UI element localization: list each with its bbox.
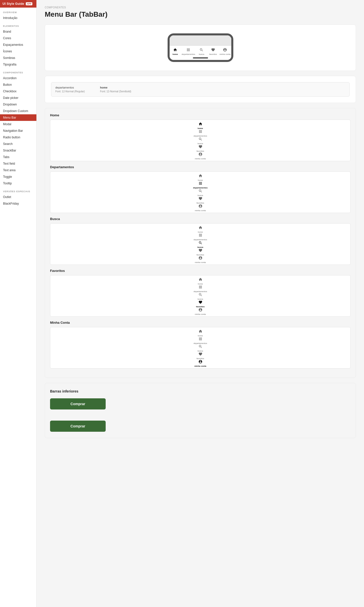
sidebar-item-button[interactable]: Button (0, 81, 36, 88)
sidebar-item-accordion[interactable]: Accordion (0, 75, 36, 81)
sidebar-section-label: VERSÕES ESPECIAIS (0, 187, 36, 194)
barras-title: Barras inferiores (50, 389, 351, 393)
favoritos-icon (211, 48, 215, 53)
tab-label-home: home (198, 335, 203, 337)
tab-item-busca[interactable]: busca (50, 293, 350, 300)
breadcrumb: COMPONENTES (45, 6, 356, 9)
sidebar-item-checkbox[interactable]: Checkbox (0, 88, 36, 95)
tab-item-departamentos[interactable]: departamentos (50, 285, 350, 293)
tab-item-minha-conta[interactable]: minha conta (50, 360, 350, 367)
sidebar-item-date-picker[interactable]: Date picker (0, 95, 36, 101)
sidebar-item-navigation-bar[interactable]: Navigation Bar (0, 127, 36, 134)
tab-item-busca[interactable]: busca (196, 48, 207, 55)
tab-label-home: home (198, 231, 203, 233)
tab-item-favoritos[interactable]: favoritos (50, 300, 350, 308)
tab-bar-demo-4: homedepartamentosbuscafavoritosminha con… (50, 327, 351, 368)
sidebar-item-text-area[interactable]: Text area (0, 167, 36, 174)
tab-label-busca: busca (198, 350, 203, 352)
sidebar-item-tabs[interactable]: Tabs (0, 154, 36, 160)
tab-item-busca[interactable]: busca (50, 137, 350, 145)
tab-label-departamentos: departamentos (194, 135, 207, 137)
tab-item-home[interactable]: home (50, 226, 350, 233)
tab-item-minha-conta[interactable]: minha conta (50, 204, 350, 212)
sidebar-item-espacamentos[interactable]: Espaçamentos (0, 41, 36, 48)
sidebar-item-brand[interactable]: Brand (0, 28, 36, 35)
departamentos-icon (198, 285, 202, 290)
sidebar: UI Style Guide APP OVERVIEWIntroduçãoELE… (0, 0, 37, 607)
tab-item-favoritos[interactable]: favoritos (50, 197, 350, 204)
tab-item-minha-conta[interactable]: minha conta (50, 256, 350, 264)
barras-card: Barras inferiores Comprar Comprar (45, 383, 356, 438)
sidebar-item-text-field[interactable]: Text field (0, 160, 36, 167)
tab-item-favoritos[interactable]: favoritos (208, 48, 218, 55)
sidebar-item-dropdown[interactable]: Dropdown (0, 101, 36, 108)
sidebar-logo[interactable]: UI Style Guide APP (0, 0, 36, 8)
sidebar-item-search[interactable]: Search (0, 141, 36, 147)
departamentos-icon (198, 129, 202, 134)
tab-item-busca[interactable]: busca (50, 344, 350, 352)
favoritos-icon (198, 352, 202, 357)
tab-label-minha-conta: minha conta (195, 261, 206, 264)
sidebar-item-blackfriday[interactable]: BlackFriday (0, 200, 36, 207)
busca-icon (198, 293, 202, 297)
home-icon (198, 174, 202, 179)
sidebar-item-menu-bar[interactable]: Menu Bar (0, 114, 36, 121)
tab-bar-phone: homedepartamentosbuscafavoritosminha con… (170, 47, 231, 56)
comprar-button-2[interactable]: Comprar (50, 421, 106, 432)
phone-screen-top (170, 35, 231, 46)
sidebar-item-icones[interactable]: Ícones (0, 48, 36, 55)
state-row-favoritos: Favoritoshomedepartamentosbuscafavoritos… (50, 269, 351, 317)
sidebar-item-snackbar[interactable]: SnackBar (0, 147, 36, 154)
minha-conta-icon (198, 256, 202, 261)
tab-label-departamentos: departamentos (194, 290, 207, 293)
comprar-button-1[interactable]: Comprar (50, 398, 106, 409)
tab-item-busca[interactable]: busca (50, 241, 350, 248)
tab-item-departamentos[interactable]: departamentos (182, 48, 195, 55)
tab-item-home[interactable]: home (50, 122, 350, 129)
tab-item-home[interactable]: home (50, 277, 350, 285)
tab-item-departamentos[interactable]: departamentos (50, 233, 350, 241)
departamentos-icon (198, 181, 202, 186)
tab-item-favoritos[interactable]: favoritos (50, 352, 350, 360)
tab-item-minha-conta[interactable]: minha conta (50, 308, 350, 315)
tab-item-busca[interactable]: busca (50, 189, 350, 197)
sidebar-item-cores[interactable]: Cores (0, 35, 36, 41)
sidebar-item-outlet[interactable]: Outlet (0, 194, 36, 200)
sidebar-item-sombras[interactable]: Sombras (0, 55, 36, 61)
tab-label-minha-conta: minha conta (219, 53, 231, 55)
tab-item-departamentos[interactable]: departamentos (50, 181, 350, 189)
tab-item-minha-conta[interactable]: minha conta (50, 152, 350, 160)
tab-item-home[interactable]: home (50, 329, 350, 337)
font-info-active-label: Font: 12-Normal (Semibold) (100, 90, 131, 93)
home-icon (198, 122, 202, 127)
home-icon (198, 277, 202, 282)
sidebar-item-toggle[interactable]: Toggle (0, 174, 36, 180)
tab-bar-demo-0: homedepartamentosbuscafavoritosminha con… (50, 120, 351, 161)
sidebar-item-radio-button[interactable]: Radio button (0, 134, 36, 141)
sidebar-item-introducao[interactable]: Introdução (0, 15, 36, 21)
tab-bar-demo-3: homedepartamentosbuscafavoritosminha con… (50, 275, 351, 317)
tab-item-departamentos[interactable]: departamentos (50, 129, 350, 137)
sidebar-section-label: OVERVIEW (0, 8, 36, 15)
phone-screen: homedepartamentosbuscafavoritosminha con… (170, 35, 231, 60)
tab-item-home[interactable]: home (170, 48, 180, 55)
tab-label-favoritos: favoritos (196, 150, 204, 152)
tab-label-favoritos: favoritos (196, 357, 204, 360)
minha-conta-icon (198, 360, 202, 364)
sidebar-item-modal[interactable]: Modal (0, 121, 36, 127)
tab-label-departamentos: departamentos (193, 187, 208, 189)
sidebar-item-dropdown-custom[interactable]: Dropdown Custom (0, 108, 36, 114)
tab-item-favoritos[interactable]: favoritos (50, 145, 350, 152)
tab-item-home[interactable]: home (50, 174, 350, 181)
tab-label-departamentos: departamentos (182, 53, 195, 55)
tab-item-minha-conta[interactable]: minha conta (219, 48, 231, 55)
sidebar-item-tooltip[interactable]: Tooltip (0, 180, 36, 187)
departamentos-icon (198, 233, 202, 238)
sidebar-item-tipografia[interactable]: Tipografia (0, 61, 36, 68)
tab-item-departamentos[interactable]: departamentos (50, 337, 350, 344)
tab-item-favoritos[interactable]: favoritos (50, 248, 350, 256)
tab-label-home: home (198, 179, 203, 181)
busca-icon (198, 189, 202, 194)
tab-label-busca: busca (198, 142, 203, 145)
font-info-inactive-label: Font: 12-Normal (Regular) (55, 90, 85, 93)
